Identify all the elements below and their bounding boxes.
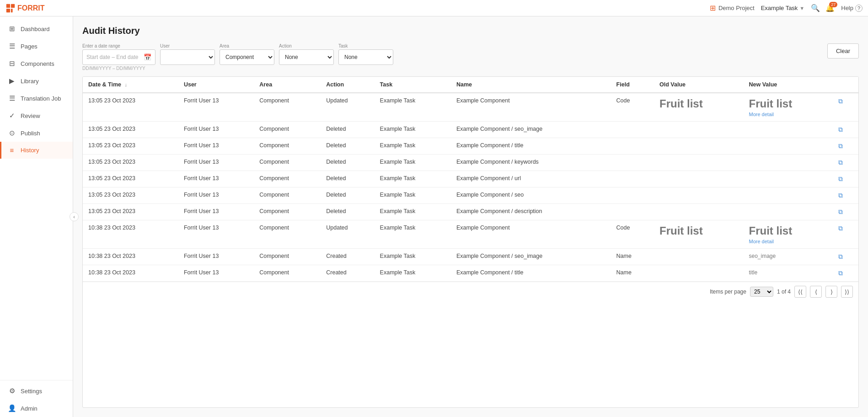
table-body: 13:05 23 Oct 2023Forrit User 13Component…	[83, 93, 858, 282]
external-link-icon[interactable]: ⧉	[838, 208, 843, 215]
cell-new-value: title	[743, 265, 832, 282]
sidebar-item-history[interactable]: ≡History	[0, 142, 73, 159]
cell-area: Component	[254, 204, 321, 220]
cell-datetime: 13:05 23 Oct 2023	[83, 171, 178, 187]
new-value-text: Fruit list	[749, 225, 827, 237]
table-header: Date & Time ↓ User Area Action Task Name…	[83, 77, 858, 93]
sidebar-item-publish[interactable]: ⊙Publish	[0, 124, 73, 142]
more-detail-link[interactable]: More detail	[749, 239, 827, 244]
cell-ext-link: ⧉	[833, 187, 858, 204]
area-filter-select[interactable]: Component	[220, 49, 274, 65]
cell-user: Forrit User 13	[178, 204, 254, 220]
sidebar-item-settings[interactable]: ⚙ Settings	[0, 382, 73, 400]
external-link-icon[interactable]: ⧉	[838, 253, 843, 260]
cell-new-value	[743, 187, 832, 204]
prev-page-button[interactable]: ⟨	[810, 286, 822, 298]
cell-datetime: 13:05 23 Oct 2023	[83, 187, 178, 204]
external-link-icon[interactable]: ⧉	[838, 192, 843, 199]
cell-user: Forrit User 13	[178, 155, 254, 171]
cell-task: Example Task	[375, 249, 451, 265]
last-page-button[interactable]: ⟩⟩	[841, 286, 853, 298]
table-row: 13:05 23 Oct 2023Forrit User 13Component…	[83, 171, 858, 187]
external-link-icon[interactable]: ⧉	[838, 159, 843, 166]
main-content: Audit History Enter a date range Start d…	[73, 16, 868, 417]
topbar-right: ⊞ Demo Project Example Task ▼ 🔍 🔔 27 Hel…	[710, 4, 863, 12]
cell-task: Example Task	[375, 265, 451, 282]
cell-ext-link: ⧉	[833, 155, 858, 171]
old-value-text: Fruit list	[659, 225, 738, 237]
notification-icon[interactable]: 🔔 27	[825, 4, 835, 12]
sidebar-item-translation-job[interactable]: ☰Translation Job	[0, 90, 73, 107]
user-filter-select[interactable]	[160, 49, 215, 65]
cell-action: Deleted	[321, 122, 374, 138]
cell-area: Component	[254, 122, 321, 138]
help-button[interactable]: Help ?	[841, 5, 863, 12]
sidebar: ⊞Dashboard☰Pages⊟Components▶Library☰Tran…	[0, 16, 73, 417]
dashboard-icon: ⊞	[8, 25, 16, 33]
sidebar-item-review[interactable]: ✓Review	[0, 107, 73, 124]
cell-user: Forrit User 13	[178, 187, 254, 204]
cell-field: Code	[611, 220, 654, 249]
admin-icon: 👤	[8, 404, 16, 412]
cell-user: Forrit User 13	[178, 93, 254, 122]
topbar-left: FORRIT	[5, 3, 45, 13]
sidebar-item-admin-label: Admin	[21, 405, 38, 412]
sidebar-item-components[interactable]: ⊟Components	[0, 55, 73, 72]
external-link-icon[interactable]: ⧉	[838, 126, 843, 133]
action-filter-select[interactable]: None	[279, 49, 334, 65]
svg-rect-2	[6, 8, 10, 12]
cell-area: Component	[254, 93, 321, 122]
cell-name: Example Component	[451, 220, 611, 249]
clear-button[interactable]: Clear	[827, 43, 859, 59]
date-filter-input[interactable]: Start date – End date 📅	[82, 49, 155, 65]
cell-action: Deleted	[321, 204, 374, 220]
cell-task: Example Task	[375, 138, 451, 155]
calendar-icon[interactable]: 📅	[144, 53, 151, 61]
table-row: 13:05 23 Oct 2023Forrit User 13Component…	[83, 187, 858, 204]
cell-task: Example Task	[375, 187, 451, 204]
external-link-icon[interactable]: ⧉	[838, 269, 843, 277]
table-row: 10:38 23 Oct 2023Forrit User 13Component…	[83, 265, 858, 282]
cell-action: Created	[321, 249, 374, 265]
table-row: 10:38 23 Oct 2023Forrit User 13Component…	[83, 249, 858, 265]
cell-ext-link: ⧉	[833, 204, 858, 220]
page-title: Audit History	[82, 26, 859, 36]
sidebar-item-admin[interactable]: 👤 Admin	[0, 400, 73, 417]
cell-old-value	[654, 138, 743, 155]
task-filter-select[interactable]: None	[338, 49, 393, 65]
cell-datetime: 10:38 23 Oct 2023	[83, 220, 178, 249]
external-link-icon[interactable]: ⧉	[838, 175, 843, 182]
sidebar-collapse-button[interactable]: ‹	[70, 212, 79, 221]
task-dropdown-icon[interactable]: ▼	[799, 5, 804, 11]
cell-area: Component	[254, 187, 321, 204]
first-page-button[interactable]: ⟨⟨	[794, 286, 806, 298]
sidebar-item-library[interactable]: ▶Library	[0, 72, 73, 90]
sidebar-item-pages[interactable]: ☰Pages	[0, 37, 73, 55]
logo: FORRIT	[5, 3, 45, 13]
next-page-button[interactable]: ⟩	[825, 286, 837, 298]
sidebar-item-history-label: History	[21, 147, 39, 154]
sort-icon-datetime[interactable]: ↓	[125, 82, 128, 87]
external-link-icon[interactable]: ⧉	[838, 142, 843, 150]
cell-task: Example Task	[375, 122, 451, 138]
cell-user: Forrit User 13	[178, 249, 254, 265]
cell-area: Component	[254, 138, 321, 155]
sidebar-item-dashboard[interactable]: ⊞Dashboard	[0, 20, 73, 37]
search-icon[interactable]: 🔍	[811, 4, 820, 12]
svg-rect-3	[11, 8, 13, 12]
cell-user: Forrit User 13	[178, 220, 254, 249]
logo-text: FORRIT	[17, 4, 45, 12]
external-link-icon[interactable]: ⧉	[838, 97, 843, 105]
table-header-row: Date & Time ↓ User Area Action Task Name…	[83, 77, 858, 93]
external-link-icon[interactable]: ⧉	[838, 225, 843, 232]
components-icon: ⊟	[8, 59, 16, 68]
cell-datetime: 13:05 23 Oct 2023	[83, 138, 178, 155]
cell-action: Created	[321, 265, 374, 282]
date-placeholder: Start date – End date	[86, 54, 138, 60]
items-per-page-select[interactable]: 25 50 100	[750, 287, 773, 297]
sidebar-wrapper: ⊞Dashboard☰Pages⊟Components▶Library☰Tran…	[0, 16, 73, 417]
more-detail-link[interactable]: More detail	[749, 112, 827, 117]
cell-datetime: 13:05 23 Oct 2023	[83, 93, 178, 122]
page-info: 1 of 4	[777, 289, 791, 295]
audit-table-container: Date & Time ↓ User Area Action Task Name…	[82, 76, 859, 408]
